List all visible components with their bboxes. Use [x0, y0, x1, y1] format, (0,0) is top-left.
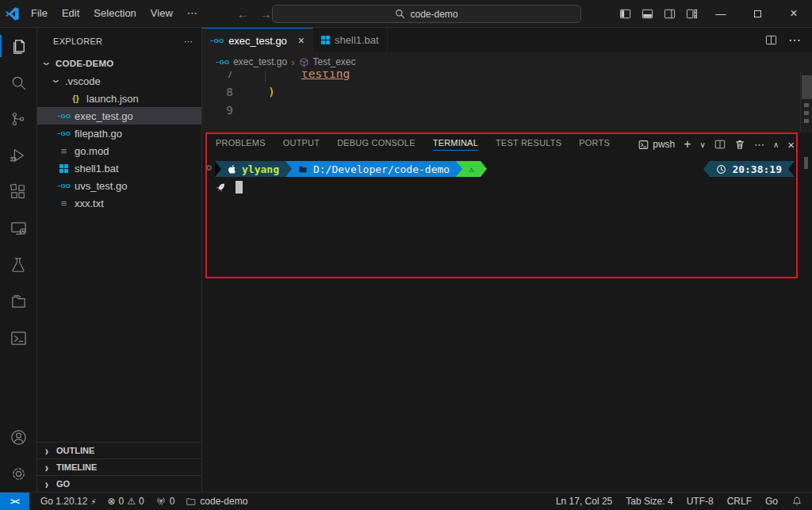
window-minimize-icon[interactable]: —	[703, 0, 739, 27]
prompt-line: ylyang D:/Developer/code-demo ⚠	[215, 161, 795, 177]
error-count: 0	[118, 496, 124, 507]
workspace-item[interactable]: code-demo	[186, 496, 247, 507]
breadcrumb-file[interactable]: exec_test.go	[233, 56, 287, 67]
settings-gear-icon[interactable]	[0, 455, 37, 492]
search-view-icon[interactable]	[0, 64, 37, 101]
tree-file-shell1-bat[interactable]: shell1.bat	[37, 159, 201, 177]
maximize-panel-icon[interactable]: ∧	[773, 140, 779, 149]
warning-icon: ⚠	[127, 496, 136, 507]
prompt-input-line[interactable]	[215, 179, 795, 195]
problems-item[interactable]: ⊗ 0 ⚠ 0	[107, 496, 144, 507]
apple-icon	[228, 164, 236, 174]
powerline-separator	[788, 161, 795, 177]
tree-file-xxx-txt[interactable]: ≡ xxx.txt	[37, 194, 201, 212]
breadcrumb-symbol[interactable]: Test_exec	[313, 56, 356, 67]
split-terminal-icon[interactable]	[714, 139, 726, 150]
tab-close-icon[interactable]: ×	[298, 34, 304, 47]
encoding-item[interactable]: UTF-8	[687, 496, 714, 507]
menu-view[interactable]: View	[144, 4, 180, 23]
eol-item[interactable]: CRLF	[727, 496, 752, 507]
panel-tab-problems[interactable]: PROBLEMS	[216, 138, 266, 151]
language-mode-item[interactable]: Go	[765, 496, 778, 507]
panel-tab-terminal[interactable]: TERMINAL	[433, 138, 478, 151]
nav-back-icon[interactable]: ←	[237, 7, 249, 21]
error-icon: ⊗	[107, 496, 115, 507]
kill-terminal-trash-icon[interactable]	[734, 139, 745, 150]
split-editor-icon[interactable]	[765, 34, 777, 46]
accounts-icon[interactable]	[0, 419, 37, 455]
extensions-icon[interactable]	[0, 174, 37, 210]
editor-scrollbar[interactable]	[800, 71, 812, 132]
editor-more-actions-icon[interactable]: ⋯	[788, 33, 801, 48]
remote-indicator[interactable]: ><	[0, 493, 29, 510]
panel-more-actions-icon[interactable]: ⋯	[754, 139, 764, 151]
section-outline[interactable]: › OUTLINE	[37, 442, 201, 458]
section-timeline[interactable]: › TIMELINE	[37, 458, 201, 475]
customize-layout-icon[interactable]	[680, 0, 703, 27]
tree-root-code-demo[interactable]: › CODE-DEMO	[37, 55, 201, 72]
chevron-down-icon: ›	[40, 59, 54, 68]
cursor-position-item[interactable]: Ln 17, Col 25	[556, 496, 612, 507]
nav-forward-icon[interactable]: →	[260, 7, 272, 21]
chevron-right-icon: ›	[42, 460, 52, 474]
go-file-icon: GO	[57, 130, 71, 137]
tree-file-go-mod[interactable]: ≡ go.mod	[37, 142, 201, 159]
bottom-panel: PROBLEMS OUTPUT DEBUG CONSOLE TERMINAL T…	[202, 132, 812, 492]
scrollbar-thumb[interactable]	[802, 75, 812, 99]
menu-file[interactable]: File	[24, 4, 55, 23]
toggle-secondary-sidebar-icon[interactable]	[658, 0, 680, 27]
testing-icon[interactable]	[0, 247, 37, 283]
close-panel-icon[interactable]: ×	[787, 138, 795, 151]
tree-file-exec-test-go[interactable]: GO exec_test.go	[37, 107, 201, 125]
tree-file-launch-json[interactable]: {} launch.json	[37, 90, 201, 107]
ports-item[interactable]: 0	[155, 496, 175, 507]
menu-edit[interactable]: Edit	[55, 4, 86, 23]
terminal-dropdown-icon[interactable]: ∨	[700, 140, 706, 149]
editor-tab-bar: GO exec_test.go × shell1.bat ⋯	[202, 28, 812, 52]
new-terminal-icon[interactable]: +	[684, 137, 691, 151]
panel-scrollbar-thumb[interactable]	[804, 157, 808, 169]
terminal-shell-chip[interactable]: pwsh	[638, 139, 675, 150]
menu-more-icon[interactable]: ⋯	[180, 4, 205, 23]
annotation-rectangle	[205, 132, 798, 278]
section-go[interactable]: › GO	[37, 475, 201, 492]
explorer-icon[interactable]	[0, 28, 37, 64]
panel-tab-ports[interactable]: PORTS	[579, 138, 610, 151]
ports-count: 0	[170, 496, 175, 507]
sidebar-title: EXPLORER	[53, 36, 102, 46]
command-decoration-icon[interactable]	[206, 165, 212, 171]
notifications-bell-icon[interactable]	[791, 496, 802, 507]
vscode-logo-icon	[0, 7, 24, 21]
source-control-icon[interactable]	[0, 101, 37, 137]
tree-file-uvs-test-go[interactable]: GO uvs_test.go	[37, 177, 201, 194]
search-icon	[395, 9, 405, 19]
tree-file-filepath-go[interactable]: GO filepath.go	[37, 125, 201, 142]
tree-folder-vscode[interactable]: › .vscode	[37, 72, 201, 90]
status-bar: >< Go 1.20.12 ⚡ ⊗ 0 ⚠ 0 0 code-demo Ln 1…	[0, 492, 812, 510]
menu-selection[interactable]: Selection	[86, 4, 143, 23]
toggle-primary-sidebar-icon[interactable]	[614, 0, 636, 27]
chevron-right-icon: ›	[42, 477, 52, 491]
prompt-status-segment: ⚠	[462, 161, 481, 177]
remote-explorer-icon[interactable]	[0, 210, 37, 247]
panel-tab-debug-console[interactable]: DEBUG CONSOLE	[337, 138, 416, 151]
toggle-panel-icon[interactable]	[636, 0, 658, 27]
go-version-item[interactable]: Go 1.20.12 ⚡	[40, 496, 96, 507]
powerline-separator	[703, 161, 710, 177]
tab-size-item[interactable]: Tab Size: 4	[626, 496, 672, 507]
terminal-view-icon[interactable]	[0, 320, 37, 356]
window-close-icon[interactable]: ×	[776, 0, 812, 27]
title-bar: File Edit Selection View ⋯ ← → code-demo…	[0, 0, 812, 28]
folder-view-icon[interactable]	[0, 283, 37, 320]
line-number: 8	[202, 83, 246, 102]
terminal-viewport[interactable]: ylyang D:/Developer/code-demo ⚠	[215, 161, 795, 195]
run-and-debug-icon[interactable]	[0, 137, 37, 174]
tab-exec-test-go[interactable]: GO exec_test.go ×	[202, 28, 313, 52]
panel-tab-output[interactable]: OUTPUT	[283, 138, 320, 151]
panel-tab-test-results[interactable]: TEST RESULTS	[496, 138, 561, 151]
explorer-actions-icon[interactable]: ⋯	[184, 36, 193, 47]
command-center-search[interactable]: code-demo	[272, 5, 581, 23]
tab-shell1-bat[interactable]: shell1.bat	[313, 28, 388, 52]
window-maximize-icon[interactable]	[739, 0, 776, 27]
code-editor[interactable]: 7 testing 8 ) 9	[202, 71, 812, 132]
